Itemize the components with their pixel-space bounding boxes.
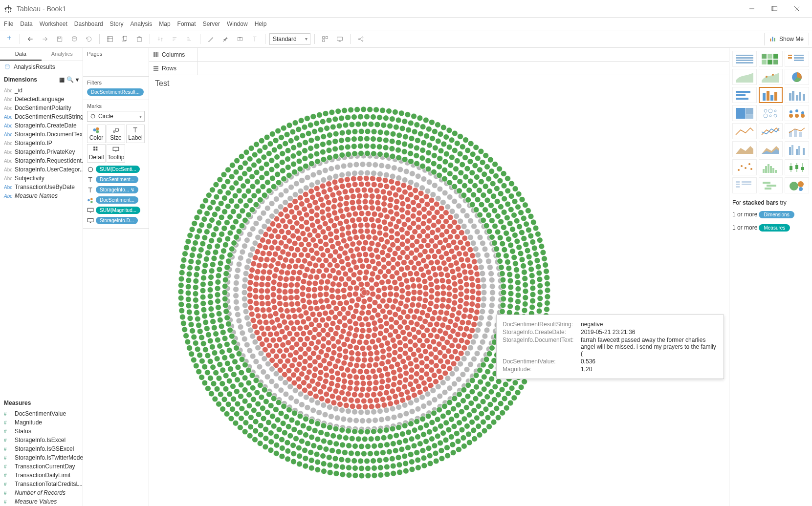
- showme-line2[interactable]: [759, 123, 783, 139]
- menu-worksheet[interactable]: Worksheet: [40, 21, 67, 27]
- menu-analysis[interactable]: Analysis: [131, 21, 153, 27]
- showme-map2[interactable]: [759, 69, 783, 85]
- field-item[interactable]: #TransactionTotalCreditsL...: [0, 480, 83, 488]
- pin-button[interactable]: [219, 33, 232, 45]
- maximize-button[interactable]: [763, 1, 786, 16]
- menu-icon[interactable]: ▾: [76, 76, 79, 83]
- showme-tree[interactable]: [732, 105, 757, 121]
- labels-button[interactable]: T: [234, 33, 246, 45]
- menu-map[interactable]: Map: [159, 21, 170, 27]
- showme-bubble2[interactable]: [732, 177, 757, 193]
- swap-button[interactable]: [154, 33, 167, 45]
- filter-pill[interactable]: DocSentimentResult...: [87, 88, 144, 96]
- show-me-button[interactable]: Show Me: [764, 33, 809, 45]
- new-worksheet-button[interactable]: [104, 33, 116, 45]
- refresh-button[interactable]: [83, 33, 95, 45]
- field-item[interactable]: AbcDetectedLanguage: [0, 95, 83, 104]
- filters-card[interactable]: Filters DocSentimentResult...: [83, 77, 149, 100]
- showme-scat[interactable]: [732, 159, 757, 175]
- showme-heat[interactable]: [759, 51, 783, 67]
- menu-help[interactable]: Help: [255, 21, 267, 27]
- field-item[interactable]: AbcDocSentimentResultString: [0, 112, 83, 121]
- menu-server[interactable]: Server: [203, 21, 220, 27]
- field-item[interactable]: #TransactionCurrentDay: [0, 462, 83, 471]
- field-item[interactable]: #TransactionDailyLimit: [0, 471, 83, 480]
- mark-pill[interactable]: StorageInfo.D...: [96, 217, 138, 224]
- sort-asc-button[interactable]: [169, 33, 181, 45]
- mark-pill[interactable]: DocSentiment...: [96, 196, 138, 204]
- showme-circ[interactable]: [759, 105, 783, 121]
- packed-bubbles-chart[interactable]: [149, 90, 579, 495]
- undo-button[interactable]: [24, 33, 37, 45]
- datasource-row[interactable]: AnalysisResults: [0, 61, 83, 73]
- showme-dual[interactable]: [785, 123, 809, 139]
- share-button[interactable]: [354, 33, 367, 45]
- menu-story[interactable]: Story: [110, 21, 124, 27]
- menu-dashboard[interactable]: Dashboard: [74, 21, 103, 27]
- presentation-button[interactable]: [333, 33, 346, 45]
- field-item[interactable]: Abc_id: [0, 86, 83, 95]
- showme-pie[interactable]: [785, 69, 809, 85]
- new-datasource-button[interactable]: [68, 33, 81, 45]
- field-item[interactable]: #Number of Records: [0, 488, 83, 497]
- field-item[interactable]: AbcStorageInfo.PrivateKey: [0, 148, 83, 156]
- showme-area[interactable]: [732, 141, 757, 157]
- field-item[interactable]: AbcStorageInfo.RequestIdent...: [0, 156, 83, 165]
- field-item[interactable]: AbcDocSentimentPolarity: [0, 104, 83, 112]
- analytics-tab[interactable]: Analytics: [42, 48, 83, 61]
- search-icon[interactable]: 🔍: [66, 76, 74, 83]
- mark-pill[interactable]: SUM(DocSenti...: [96, 166, 140, 173]
- detail-card[interactable]: Detail: [87, 144, 106, 163]
- showme-hbar[interactable]: [732, 87, 757, 103]
- menu-window[interactable]: Window: [227, 21, 248, 27]
- save-button[interactable]: [53, 33, 66, 45]
- showme-vbar2[interactable]: [785, 87, 809, 103]
- data-tab[interactable]: Data: [0, 48, 42, 61]
- menu-data[interactable]: Data: [20, 21, 32, 27]
- field-item[interactable]: #StorageInfo.IsTwitterMode: [0, 453, 83, 462]
- clear-button[interactable]: [133, 33, 146, 45]
- show-cards-button[interactable]: [319, 33, 331, 45]
- mark-type-select[interactable]: Circle: [87, 111, 145, 122]
- mark-pill[interactable]: DocSentiment...: [96, 176, 138, 183]
- tableau-home-icon[interactable]: [3, 33, 16, 45]
- showme-text2[interactable]: [785, 51, 809, 67]
- field-item[interactable]: AbcStorageInfo.UserCategor...: [0, 165, 83, 174]
- showme-sbs[interactable]: [785, 105, 809, 121]
- color-card[interactable]: Color: [87, 125, 106, 143]
- mark-pill[interactable]: StorageInfo... ↯: [96, 186, 138, 193]
- format-button[interactable]: [248, 33, 261, 45]
- field-item[interactable]: #StorageInfo.IsGSExcel: [0, 444, 83, 453]
- showme-map[interactable]: [732, 69, 757, 85]
- rows-shelf[interactable]: Rows: [149, 62, 729, 75]
- field-item[interactable]: #Measure Values: [0, 497, 83, 506]
- menu-format[interactable]: Format: [177, 21, 196, 27]
- field-item[interactable]: #Magnitude: [0, 418, 83, 427]
- columns-shelf[interactable]: Columns: [149, 48, 729, 62]
- showme-line[interactable]: [732, 123, 757, 139]
- minimize-button[interactable]: [741, 1, 763, 16]
- field-item[interactable]: AbcSubjectivity: [0, 174, 83, 183]
- label-card[interactable]: TLabel: [126, 125, 145, 143]
- showme-gantt[interactable]: [759, 177, 783, 193]
- showme-bubble[interactable]: [785, 177, 809, 193]
- field-item[interactable]: AbcStorageInfo.IP: [0, 139, 83, 148]
- showme-area2[interactable]: [759, 141, 783, 157]
- showme-vbar[interactable]: [759, 87, 783, 103]
- mark-pill[interactable]: SUM(Magnitud...: [96, 207, 140, 214]
- redo-button[interactable]: [39, 33, 51, 45]
- showme-vbar3[interactable]: [785, 141, 809, 157]
- field-item[interactable]: AbcStorageInfo.DocumentText: [0, 130, 83, 139]
- pages-card[interactable]: Pages: [83, 48, 149, 77]
- field-item[interactable]: AbcTransactionUseByDate: [0, 183, 83, 191]
- showme-hist[interactable]: [759, 159, 783, 175]
- field-item[interactable]: AbcMeasure Names: [0, 191, 83, 200]
- highlight-button[interactable]: [204, 33, 217, 45]
- field-item[interactable]: #StorageInfo.IsExcel: [0, 436, 83, 444]
- close-button[interactable]: [786, 1, 808, 16]
- fit-select[interactable]: Standard: [269, 33, 310, 45]
- sort-desc-button[interactable]: [183, 33, 196, 45]
- size-card[interactable]: Size: [107, 125, 125, 143]
- field-item[interactable]: #Status: [0, 427, 83, 436]
- duplicate-button[interactable]: [118, 33, 131, 45]
